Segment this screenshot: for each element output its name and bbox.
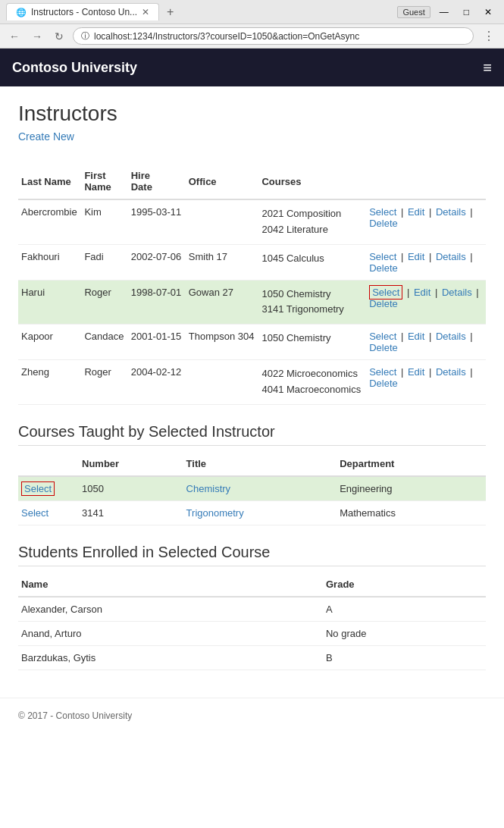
- details-link[interactable]: Details: [436, 251, 466, 262]
- delete-link[interactable]: Delete: [369, 342, 398, 353]
- footer: © 2017 - Contoso University: [0, 698, 504, 733]
- col-actions: [366, 164, 486, 199]
- courses-table-body: Select 1050 Chemistry Engineering Select…: [18, 476, 486, 525]
- students-table-body: Alexander, Carson A Anand, Arturo No gra…: [18, 597, 486, 670]
- course-number: 1050: [79, 476, 183, 501]
- instructor-actions: Select | Edit | Details | Delete: [366, 244, 486, 280]
- edit-link[interactable]: Edit: [414, 287, 430, 298]
- maximize-button[interactable]: □: [458, 5, 475, 19]
- navbar: Contoso University ≡: [0, 49, 504, 86]
- page-content: Instructors Create New Last Name FirstNa…: [0, 86, 504, 685]
- courses-col-action: [18, 452, 79, 476]
- instructor-hire-date: 2002-07-06: [128, 244, 186, 280]
- new-tab-button[interactable]: +: [162, 4, 178, 20]
- instructor-office: Thompson 304: [186, 325, 259, 360]
- courses-col-title: Title: [183, 452, 337, 476]
- instructor-row: Fakhouri Fadi 2002-07-06 Smith 17 1045 C…: [18, 244, 486, 280]
- instructor-office: Gowan 27: [186, 280, 259, 325]
- tab-close-button[interactable]: ✕: [142, 7, 149, 17]
- students-header-row: Name Grade: [18, 572, 486, 597]
- student-name: Anand, Arturo: [18, 621, 323, 645]
- instructor-actions: Select | Edit | Details | Delete: [366, 360, 486, 405]
- instructor-courses: 4022 Microeconomics4041 Macroeconomics: [258, 360, 366, 405]
- title-bar: 🌐 Instructors - Contoso Un... ✕ + Guest …: [0, 0, 504, 24]
- url-bar[interactable]: ⓘ localhost:1234/Instructors/3?courseID=…: [73, 27, 474, 45]
- courses-col-department: Department: [337, 452, 486, 476]
- instructor-office: [186, 199, 259, 244]
- edit-link[interactable]: Edit: [408, 206, 424, 218]
- instructor-actions: Select | Edit | Details | Delete: [366, 280, 486, 325]
- course-select-link[interactable]: Select: [21, 507, 49, 519]
- instructor-actions: Select | Edit | Details | Delete: [366, 199, 486, 244]
- reload-button[interactable]: ↻: [52, 29, 67, 44]
- instructor-actions: Select | Edit | Details | Delete: [366, 325, 486, 360]
- course-row: Select 1050 Chemistry Engineering: [18, 476, 486, 501]
- delete-link[interactable]: Delete: [369, 298, 398, 309]
- navbar-brand: Contoso University: [12, 60, 137, 76]
- window-controls: Guest — □ ✕: [397, 5, 498, 19]
- details-link[interactable]: Details: [442, 287, 472, 298]
- minimize-button[interactable]: —: [434, 5, 455, 19]
- select-link[interactable]: Select: [369, 331, 396, 342]
- courses-section-title: Courses Taught by Selected Instructor: [18, 423, 486, 446]
- address-bar: ← → ↻ ⓘ localhost:1234/Instructors/3?cou…: [0, 24, 504, 48]
- instructor-hire-date: 2004-02-12: [128, 360, 186, 405]
- courses-table-head: Number Title Department: [18, 452, 486, 476]
- details-link[interactable]: Details: [436, 331, 466, 342]
- student-grade: B: [323, 645, 486, 670]
- create-new-link[interactable]: Create New: [18, 130, 74, 143]
- course-select-link[interactable]: Select: [21, 481, 55, 496]
- course-number: 3141: [79, 500, 183, 525]
- delete-link[interactable]: Delete: [369, 262, 398, 274]
- student-row: Anand, Arturo No grade: [18, 621, 486, 645]
- more-options-button[interactable]: ⋮: [480, 27, 498, 45]
- instructors-table-head: Last Name FirstName HireDate Office Cour…: [18, 164, 486, 199]
- students-section: Students Enrolled in Selected Course Nam…: [18, 544, 486, 670]
- edit-link[interactable]: Edit: [408, 331, 424, 342]
- edit-link[interactable]: Edit: [408, 251, 424, 262]
- instructor-row: Harui Roger 1998-07-01 Gowan 27 1050 Che…: [18, 280, 486, 325]
- courses-table: Number Title Department Select 1050 Chem…: [18, 452, 486, 525]
- course-select-cell: Select: [18, 476, 79, 501]
- students-section-title: Students Enrolled in Selected Course: [18, 544, 486, 566]
- instructor-row: Abercrombie Kim 1995-03-11 2021 Composit…: [18, 199, 486, 244]
- students-table: Name Grade Alexander, Carson A Anand, Ar…: [18, 572, 486, 670]
- select-link[interactable]: Select: [369, 206, 396, 218]
- page-title: Instructors: [18, 102, 486, 126]
- course-title: Trigonometry: [183, 500, 337, 525]
- course-department: Mathematics: [337, 500, 486, 525]
- courses-section: Courses Taught by Selected Instructor Nu…: [18, 423, 486, 525]
- forward-button[interactable]: →: [29, 29, 45, 44]
- browser-tab[interactable]: 🌐 Instructors - Contoso Un... ✕: [6, 3, 159, 20]
- instructor-courses: 1050 Chemistry: [258, 325, 366, 360]
- student-row: Alexander, Carson A: [18, 597, 486, 622]
- details-link[interactable]: Details: [436, 206, 466, 218]
- col-courses: Courses: [258, 164, 366, 199]
- edit-link[interactable]: Edit: [408, 366, 424, 378]
- navbar-toggle-button[interactable]: ≡: [483, 59, 492, 77]
- students-table-head: Name Grade: [18, 572, 486, 597]
- details-link[interactable]: Details: [436, 366, 466, 378]
- title-bar-left: 🌐 Instructors - Contoso Un... ✕ +: [6, 3, 178, 20]
- close-button[interactable]: ✕: [478, 5, 498, 19]
- course-department: Engineering: [337, 476, 486, 501]
- delete-link[interactable]: Delete: [369, 218, 398, 229]
- tab-favicon: 🌐: [16, 8, 27, 17]
- courses-col-number: Number: [79, 452, 183, 476]
- col-office: Office: [186, 164, 259, 199]
- instructor-row: Kapoor Candace 2001-01-15 Thompson 304 1…: [18, 325, 486, 360]
- instructor-row: Zheng Roger 2004-02-12 4022 Microeconomi…: [18, 360, 486, 405]
- instructor-hire-date: 2001-01-15: [128, 325, 186, 360]
- instructor-office: [186, 360, 259, 405]
- instructors-table-body: Abercrombie Kim 1995-03-11 2021 Composit…: [18, 199, 486, 404]
- instructors-header-row: Last Name FirstName HireDate Office Cour…: [18, 164, 486, 199]
- footer-text: © 2017 - Contoso University: [18, 710, 132, 721]
- instructor-first-name: Kim: [81, 199, 127, 244]
- back-button[interactable]: ←: [6, 29, 23, 44]
- instructor-first-name: Fadi: [81, 244, 127, 280]
- select-link[interactable]: Select: [369, 251, 396, 262]
- delete-link[interactable]: Delete: [369, 378, 398, 389]
- tab-title: Instructors - Contoso Un...: [31, 7, 137, 17]
- select-link[interactable]: Select: [369, 366, 396, 378]
- instructor-last-name: Fakhouri: [18, 244, 81, 280]
